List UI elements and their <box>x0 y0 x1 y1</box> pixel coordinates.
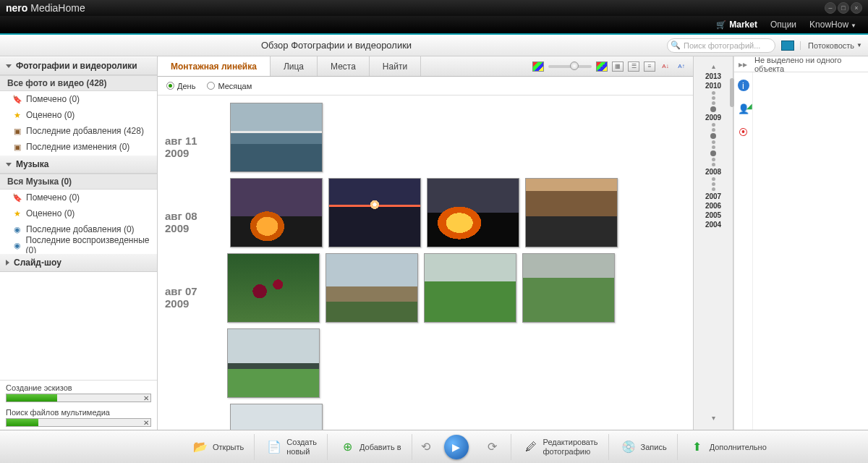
next-icon: ⟳ <box>485 439 501 455</box>
sidebar-section-slideshow[interactable]: Слайд-шоу <box>0 253 157 272</box>
photo-thumbnail[interactable] <box>326 253 418 323</box>
window-controls: – □ × <box>825 2 862 14</box>
sidebar-item-all-music[interactable]: Вся Музыка (0) <box>0 174 157 190</box>
market-link[interactable]: 🛒Market <box>716 20 757 30</box>
streaming-menu[interactable]: Потоковость▼ <box>800 41 862 50</box>
play-icon: ▶ <box>444 435 469 459</box>
sort-desc-icon[interactable]: A↑ <box>676 61 687 72</box>
photo-thumbnail[interactable] <box>230 103 323 172</box>
menubar: 🛒Market Опции KnowHow▼ <box>0 16 868 35</box>
photo-thumbnail[interactable] <box>230 178 323 247</box>
create-new-button[interactable]: 📄Создатьновый <box>256 434 328 460</box>
thumb-color-icon[interactable] <box>532 61 544 72</box>
sidebar-item-music-tagged[interactable]: 🔖Помечено (0) <box>0 190 157 205</box>
open-button[interactable]: 📂Открыть <box>182 434 255 460</box>
tab-places[interactable]: Места <box>318 56 370 76</box>
timeline-up-arrow[interactable]: ▴ <box>694 59 733 72</box>
options-menu[interactable]: Опции <box>770 20 796 30</box>
view-grid-icon[interactable]: ▦ <box>612 61 624 72</box>
filter-month-radio[interactable]: Месяцам <box>207 82 252 90</box>
close-button[interactable]: × <box>851 2 862 14</box>
sidebar-item-recent-add[interactable]: ▣Последние добавления (428) <box>0 123 157 139</box>
edit-icon: 🖉 <box>523 439 539 455</box>
tab-timeline[interactable]: Монтажная линейка <box>158 56 271 76</box>
more-button[interactable]: ⬆Дополнительно <box>679 434 777 460</box>
titlebar: nero MediaHome – □ × <box>0 0 868 16</box>
subheader: Обзор Фотографии и видеоролики 🔍 Поиск ф… <box>0 35 868 56</box>
scan-progress: Поиск файлов мультимедиа ✕ <box>0 405 157 430</box>
thumb-color-icon-2[interactable] <box>596 61 608 72</box>
view-detail-icon[interactable]: ≡ <box>644 61 655 72</box>
filter-day-radio[interactable]: День <box>166 82 195 90</box>
stop-thumbnails-button[interactable]: ✕ <box>142 394 150 402</box>
sidebar-section-photos[interactable]: Фотографии и видеоролики <box>0 56 157 75</box>
basket-icon: 🛒 <box>716 20 726 29</box>
folder-icon: ▣ <box>13 142 22 152</box>
selection-status: Не выделено ни одного объекта <box>754 56 864 73</box>
prev-icon: ⟲ <box>418 439 434 455</box>
search-input[interactable]: 🔍 Поиск фотографий... <box>667 38 775 53</box>
view-tabs: Монтажная линейка Лица Места Найти ▦ ☰ ≡… <box>158 56 693 77</box>
prev-button[interactable]: ⟲ <box>414 434 438 460</box>
record-button[interactable]: 💿Запись <box>610 434 678 460</box>
edit-photo-button[interactable]: 🖉Редактироватьфотографию <box>513 434 609 460</box>
timeline-scrubber[interactable]: ▴ 2013 2010 2009 2008 2007 2006 2005 200… <box>693 56 733 430</box>
thumb-size-slider[interactable] <box>548 65 592 68</box>
sidebar: Фотографии и видеоролики Все фото и виде… <box>0 56 158 430</box>
next-button[interactable]: ⟳ <box>475 434 511 460</box>
sidebar-item-music-rated[interactable]: ★Оценено (0) <box>0 205 157 221</box>
tab-faces[interactable]: Лица <box>271 56 318 76</box>
more-icon: ⬆ <box>689 439 705 455</box>
main-area: Монтажная линейка Лица Места Найти ▦ ☰ ≡… <box>158 56 693 430</box>
minimize-button[interactable]: – <box>825 2 836 14</box>
group-label: авг 072009 <box>165 253 227 310</box>
search-icon: 🔍 <box>671 41 681 50</box>
info-icon[interactable]: i <box>738 80 749 91</box>
gallery[interactable]: авг 112009 авг 082009 авг 072009 <box>158 95 693 430</box>
view-list-icon[interactable]: ☰ <box>628 61 639 72</box>
knowhow-menu[interactable]: KnowHow▼ <box>809 20 856 30</box>
photo-thumbnail[interactable] <box>230 404 323 430</box>
group-label <box>165 404 230 430</box>
tag-icon: 🔖 <box>13 192 22 203</box>
timeline-down-arrow[interactable]: ▾ <box>712 414 715 427</box>
thumbnail-progress: Создание эскизов ✕ <box>0 381 157 405</box>
sidebar-item-tagged[interactable]: 🔖Помечено (0) <box>0 91 157 107</box>
flag-icon: ◢ <box>744 100 755 111</box>
photo-thumbnail[interactable] <box>424 253 516 323</box>
group-label: авг 112009 <box>165 103 230 159</box>
sidebar-section-music[interactable]: Музыка <box>0 155 157 174</box>
monitor-icon[interactable] <box>781 41 794 51</box>
group-label: авг 082009 <box>165 178 230 234</box>
disc-icon: ◉ <box>13 224 22 234</box>
star-icon: ★ <box>13 110 22 120</box>
sidebar-item-recent-mod[interactable]: ▣Последние изменения (0) <box>0 139 157 155</box>
plus-icon: ⊕ <box>339 439 355 455</box>
stop-scan-button[interactable]: ✕ <box>142 419 150 427</box>
play-button[interactable]: ▶ <box>440 434 473 460</box>
sidebar-item-all-photos[interactable]: Все фото и видео (428) <box>0 75 157 91</box>
details-panel: ▸▸ Не выделено ни одного объекта i 👤 ◢ ⦿ <box>733 56 868 430</box>
photo-thumbnail[interactable] <box>427 178 519 247</box>
photo-thumbnail[interactable] <box>522 253 615 323</box>
page-title: Обзор Фотографии и видеоролики <box>6 40 667 51</box>
open-icon: 📂 <box>192 439 208 455</box>
record-icon: 💿 <box>621 439 637 455</box>
sort-asc-icon[interactable]: A↓ <box>660 61 671 72</box>
photo-thumbnail[interactable] <box>227 328 320 398</box>
sidebar-item-rated[interactable]: ★Оценено (0) <box>0 107 157 123</box>
tab-find[interactable]: Найти <box>370 56 421 76</box>
hide-panel-icon[interactable]: ▸▸ <box>739 59 747 69</box>
add-to-button[interactable]: ⊕Добавить в <box>329 434 412 460</box>
bottom-toolbar: 📂Открыть 📄Создатьновый ⊕Добавить в ⟲ ▶ ⟳… <box>0 430 868 463</box>
photo-thumbnail[interactable] <box>227 253 320 323</box>
maximize-button[interactable]: □ <box>838 2 849 14</box>
sidebar-item-music-recent-play[interactable]: ◉Последние воспроизведенные (0) <box>0 237 157 253</box>
photo-thumbnail[interactable] <box>328 178 421 247</box>
filter-row: День Месяцам <box>158 77 693 95</box>
location-pin-icon[interactable]: ⦿ <box>738 126 749 137</box>
folder-icon: ▣ <box>13 126 22 136</box>
photo-thumbnail[interactable] <box>525 178 618 247</box>
timeline-handle[interactable] <box>730 78 734 107</box>
tag-icon: 🔖 <box>13 94 22 104</box>
